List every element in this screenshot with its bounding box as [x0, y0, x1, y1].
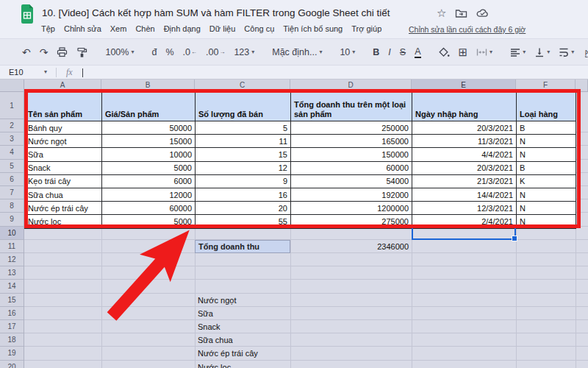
column-header-D[interactable]: D [290, 79, 412, 91]
cell[interactable]: K [517, 174, 576, 188]
cell[interactable]: Sữa chua [25, 188, 102, 201]
column-header-E[interactable]: E [412, 79, 516, 91]
row-header-7[interactable]: 7 [0, 186, 24, 199]
row-header-20[interactable]: 20 [0, 361, 24, 368]
cell[interactable]: B [517, 161, 576, 174]
italic-button[interactable]: I [388, 47, 390, 57]
column-header-C[interactable]: C [195, 79, 290, 91]
row-header-19[interactable]: 19 [0, 347, 24, 360]
header-cell[interactable]: Tên sản phẩm [25, 93, 102, 121]
cell[interactable]: 192000 [291, 188, 412, 201]
cell[interactable]: 15 [196, 148, 291, 161]
cell[interactable]: 12 [196, 161, 291, 174]
cell[interactable]: Sữa [25, 148, 102, 161]
decrease-decimal-button[interactable]: .0← [183, 47, 197, 57]
row-header-15[interactable]: 15 [0, 294, 24, 307]
vertical-align-button[interactable]: ▾ [534, 47, 550, 57]
column-header-A[interactable]: A [24, 79, 101, 91]
cell[interactable]: Snack [25, 161, 102, 174]
cell[interactable]: N [517, 135, 576, 148]
fill-color-button[interactable] [439, 47, 450, 57]
cell[interactable]: 12000 [102, 188, 196, 201]
row-header-9[interactable]: 9 [0, 213, 24, 226]
header-cell[interactable]: Tổng doanh thu trên một loại sản phẩm [291, 93, 412, 121]
formula-input-cursor[interactable] [82, 68, 83, 77]
paint-format-button[interactable] [76, 47, 87, 57]
row-header-13[interactable]: 13 [0, 266, 24, 280]
menu-tro-giup[interactable]: Trợ giúp [351, 24, 381, 33]
cell[interactable]: N [517, 148, 576, 161]
cell[interactable]: Nước ép trái cây [25, 202, 102, 215]
column-header-F[interactable]: F [516, 79, 576, 91]
undo-button[interactable]: ↶ [22, 47, 31, 57]
star-icon[interactable]: ☆ [437, 7, 446, 18]
list-item[interactable]: Nước lọc [195, 361, 293, 368]
redo-button[interactable]: ↷ [40, 47, 49, 57]
bold-button[interactable]: B [373, 47, 379, 57]
list-item[interactable]: Snack [195, 320, 293, 333]
cell[interactable]: 5000 [102, 215, 196, 228]
select-all-corner[interactable] [0, 79, 24, 92]
sheets-logo-icon[interactable] [20, 4, 35, 24]
list-item[interactable]: Nước ngọt [195, 294, 293, 307]
zoom-select[interactable]: 100%▾ [105, 47, 134, 57]
header-cell[interactable]: Ngày nhập hàng [412, 93, 517, 121]
row-header-2[interactable]: 2 [0, 119, 24, 132]
increase-decimal-button[interactable]: .00→ [206, 47, 225, 57]
menu-dinh-dang[interactable]: Định dạng [164, 24, 201, 33]
row-header-5[interactable]: 5 [0, 160, 24, 173]
row-header-8[interactable]: 8 [0, 199, 24, 213]
chevron-down-icon[interactable]: ▾ [44, 68, 47, 75]
text-rotation-button[interactable]: A ▾ [583, 47, 588, 57]
cell[interactable]: 20/3/2021 [412, 121, 517, 135]
cell[interactable]: 16 [196, 188, 291, 201]
menu-du-lieu[interactable]: Dữ liệu [209, 24, 236, 33]
cell[interactable]: 55 [196, 215, 291, 228]
sheet-canvas[interactable]: ABCDEF 1234567891011121314151617181920 T… [0, 79, 588, 368]
list-item[interactable]: Nước ép trái cây [195, 347, 293, 360]
cell[interactable]: 4/4/2021 [412, 148, 517, 161]
cell[interactable]: 50000 [102, 121, 196, 135]
print-button[interactable] [57, 47, 68, 57]
cell[interactable]: 10000 [102, 148, 196, 161]
cloud-saved-icon[interactable] [476, 8, 490, 18]
cell[interactable]: 275000 [291, 215, 412, 228]
cell[interactable]: N [517, 202, 576, 215]
row-header-3[interactable]: 3 [0, 132, 24, 146]
data-table[interactable]: Tên sản phẩm Giá/Sản phẩm Số lượng đã bá… [24, 92, 576, 229]
column-header-B[interactable]: B [101, 79, 195, 91]
header-cell[interactable]: Số lượng đã bán [196, 93, 291, 121]
row-header-4[interactable]: 4 [0, 146, 24, 159]
cell[interactable]: 11 [196, 135, 291, 148]
cell[interactable]: 60000 [102, 202, 196, 215]
cell[interactable]: 1200000 [291, 202, 412, 215]
header-cell[interactable]: Loại hàng [517, 93, 576, 121]
cell[interactable]: Kẹo trái cây [25, 174, 102, 188]
row-header-14[interactable]: 14 [0, 280, 24, 293]
list-item[interactable]: Sữa [195, 307, 293, 320]
cell[interactable]: 54000 [291, 174, 412, 188]
font-select[interactable]: Mặc định...▾ [272, 47, 322, 57]
cell[interactable]: 60000 [291, 161, 412, 174]
last-edit-link[interactable]: Chỉnh sửa lần cuối cách đây 6 giờ [409, 25, 526, 34]
row-header-16[interactable]: 16 [0, 307, 24, 320]
header-cell[interactable]: Giá/Sản phẩm [102, 93, 196, 121]
cell[interactable]: 14/4/2021 [412, 188, 517, 201]
cell[interactable]: B [517, 121, 576, 135]
strikethrough-button[interactable]: S [400, 47, 406, 57]
cell[interactable]: 250000 [291, 121, 412, 135]
row-header-18[interactable]: 18 [0, 333, 24, 347]
cell[interactable]: 5 [196, 121, 291, 135]
menu-chinh-sua[interactable]: Chỉnh sửa [64, 24, 101, 33]
menu-xem[interactable]: Xem [110, 24, 127, 33]
cell[interactable]: 20 [196, 202, 291, 215]
selected-cell-E10[interactable] [412, 226, 516, 240]
cell[interactable]: 5000 [102, 161, 196, 174]
row-header-6[interactable]: 6 [0, 173, 24, 186]
currency-format-button[interactable]: đ [151, 47, 157, 57]
menu-chen[interactable]: Chèn [135, 24, 154, 33]
row-header-11[interactable]: 11 [0, 240, 24, 253]
row-header-10[interactable]: 10 [0, 227, 24, 240]
cell[interactable]: 6000 [102, 174, 196, 188]
cell[interactable]: 12/3/2021 [412, 202, 517, 215]
